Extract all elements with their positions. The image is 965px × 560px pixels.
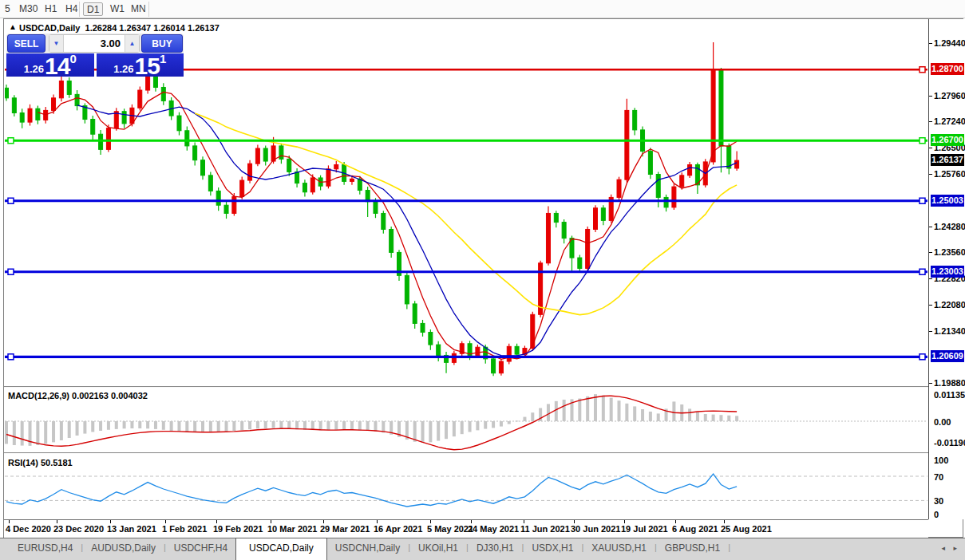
date-axis-label: 4 Dec 2020: [6, 524, 51, 534]
candle: [531, 314, 535, 348]
rsi-indicator-chart[interactable]: [5, 455, 927, 519]
candle: [358, 179, 362, 190]
chart-tab-usdx[interactable]: USDX,H1: [524, 538, 581, 560]
candle: [208, 175, 212, 191]
candle: [515, 346, 519, 354]
chart-tab-eurusd[interactable]: EURUSD,H4: [10, 538, 81, 560]
trading-terminal: 5M30H1H4D1W1MN ▲ USDCAD,Daily 1.26284 1.…: [0, 0, 965, 560]
candle: [672, 187, 676, 207]
candle: [59, 81, 63, 97]
chart-symbol-label: USDCAD,Daily: [19, 23, 80, 33]
candle: [240, 180, 244, 196]
price-axis-tick-label: 1.24280: [934, 221, 965, 232]
price-axis-tick-label: 1.21340: [934, 325, 965, 337]
candle: [664, 197, 668, 207]
date-axis-tick: [430, 520, 431, 523]
sell-button[interactable]: SELL: [7, 34, 45, 53]
candle: [405, 275, 409, 304]
buy-price-display[interactable]: 1.26 15 1: [97, 53, 184, 77]
candle: [67, 81, 71, 94]
buy-price-point: 1: [160, 52, 166, 65]
timeframe-button-m30[interactable]: M30: [16, 2, 41, 16]
candle: [633, 110, 637, 129]
candle: [232, 197, 236, 214]
rsi-pane-separator[interactable]: [4, 452, 928, 454]
date-axis-tick: [165, 520, 166, 523]
date-axis-tick: [524, 520, 524, 523]
toolbar-separator: [79, 2, 80, 17]
candle: [279, 146, 283, 159]
date-axis-label: 1 Feb 2021: [162, 524, 207, 534]
price-axis-tick-label: 1.23560: [934, 246, 965, 258]
price-axis-green-tag: 1.26700: [931, 134, 964, 146]
candle: [193, 146, 197, 160]
macd-axis-label: 0.01135: [934, 389, 965, 400]
chart-tab-usdcad[interactable]: USDCAD,Daily: [235, 538, 327, 560]
candle: [656, 175, 660, 198]
timeframe-button-h1[interactable]: H1: [42, 2, 60, 16]
macd-label: MACD(12,26,9) 0.002163 0.004032: [8, 391, 148, 400]
date-axis-label: 16 Apr 2021: [374, 524, 422, 534]
one-click-collapse-icon[interactable]: ▲: [9, 22, 17, 32]
price-axis-blue-tag: 1.25003: [931, 195, 964, 207]
candle: [36, 108, 40, 120]
candle: [216, 191, 220, 205]
chart-tab-gbpusd[interactable]: GBPUSD,H1: [657, 538, 728, 560]
candle: [382, 213, 386, 229]
volume-increase-button[interactable]: ▲: [125, 35, 139, 52]
candle: [287, 159, 291, 172]
chart-tab-ukoil[interactable]: UKOil,H1: [410, 538, 466, 560]
volume-input[interactable]: [63, 35, 125, 52]
chart-tab-xauusd[interactable]: XAUUSD,H1: [583, 538, 655, 560]
chart-tab-audusd[interactable]: AUDUSD,Daily: [83, 538, 164, 560]
date-axis-tick: [57, 520, 57, 523]
date-axis-label: 10 Mar 2021: [267, 524, 317, 534]
candle: [75, 94, 79, 105]
candle: [735, 160, 739, 168]
candle: [429, 333, 433, 345]
candle: [248, 164, 252, 180]
volume-decrease-button[interactable]: ▼: [49, 35, 63, 52]
tab-scroll-arrows[interactable]: ◂ ▸: [941, 544, 960, 552]
sell-price-display[interactable]: 1.26 14 0: [6, 53, 94, 77]
rsi-axis-label: 70: [934, 471, 943, 483]
macd-pane-separator[interactable]: [4, 386, 928, 388]
timeframe-button-mn[interactable]: MN: [128, 2, 149, 16]
date-axis-label: 24 May 2021: [468, 524, 519, 534]
price-axis-tick-label: 1.29440: [934, 37, 965, 49]
buy-button[interactable]: BUY: [141, 34, 183, 53]
date-axis-label: 25 Aug 2021: [721, 524, 772, 534]
timeframe-button-d1[interactable]: D1: [83, 2, 103, 16]
macd-axis-label: -0.01190: [934, 437, 965, 448]
buy-price-base: 1.26: [113, 63, 133, 75]
chart-tab-usdchf[interactable]: USDCHF,H4: [166, 538, 235, 560]
candle: [5, 88, 9, 97]
chart-tab-usdcnh[interactable]: USDCNH,Daily: [327, 538, 408, 560]
candle: [12, 98, 16, 113]
candle: [727, 146, 731, 168]
date-axis-tick: [675, 520, 676, 523]
date-axis-tick: [471, 520, 472, 523]
candle: [334, 164, 338, 168]
rsi-axis-label: 30: [934, 495, 943, 507]
rsi-axis-label: 100: [934, 455, 948, 466]
candle: [20, 113, 24, 123]
timeframe-button-5[interactable]: 5: [2, 2, 14, 16]
candle: [52, 98, 56, 111]
timeframe-button-h4[interactable]: H4: [62, 2, 81, 16]
chart-tab-dj30[interactable]: DJ30,H1: [469, 538, 522, 560]
price-axis-red-tag: 1.28700: [931, 63, 964, 75]
date-axis-label: 30 Jun 2021: [571, 524, 620, 534]
date-axis-tick: [271, 520, 271, 523]
date-axis-label: 29 Mar 2021: [320, 524, 370, 534]
candle: [177, 116, 181, 131]
date-axis-tick: [724, 520, 725, 523]
candle: [390, 229, 394, 252]
price-axis-tick-label: 1.22080: [934, 299, 965, 310]
date-axis[interactable]: 4 Dec 202023 Dec 202013 Jan 20211 Feb 20…: [4, 519, 928, 538]
price-axis-black-tag: 1.26137: [931, 154, 964, 166]
candle: [114, 112, 118, 128]
sell-price-point: 0: [69, 52, 76, 65]
timeframe-button-w1[interactable]: W1: [107, 2, 128, 16]
date-axis-label: 6 Aug 2021: [672, 524, 718, 534]
